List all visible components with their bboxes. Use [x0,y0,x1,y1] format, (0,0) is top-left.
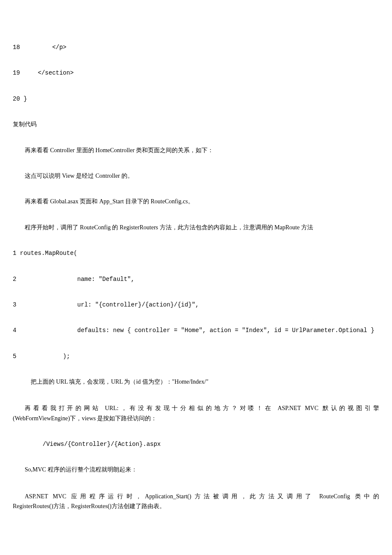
paragraph-application-start-line1: ASP.NET MVC 应用程序运行时，Application_Start()方… [13,491,379,502]
paragraph-view-engine-line1: 再看看我打开的网站 URL:，有没有发现十分相似的地方？对喽！在 ASP.NET… [13,403,379,413]
paragraph-url-fill: 把上面的 URL 填充，会发现，URL 为（id 值为空）："Home/Inde… [13,377,379,387]
paragraph-controller-relationship: 再来看看 Controller 里面的 HomeController 类和页面之… [13,146,379,155]
paragraph-global-asax: 再来看看 Global.asax 页面和 App_Start 目录下的 Rout… [13,197,379,206]
paragraph-application-start-line2: RegisterRoutes()方法，RegisterRoutes()方法创建了… [13,502,379,511]
paragraph-routeconfig: 程序开始时，调用了 RouteConfig 的 RegisterRouters … [13,223,379,232]
code2-line-1: 1 routes.MapRoute( [13,249,379,258]
document-page: 18 </p> 19 </section> 20 } 复制代码 再来看看 Con… [0,0,392,555]
code2-line-2: 2 name: "Default", [13,275,379,284]
code2-line-4: 4 defaults: new { controller = "Home", a… [13,326,379,335]
code-line-20: 20 } [13,94,379,104]
paragraph-view-engine: 再看看我打开的网站 URL:，有没有发现十分相似的地方？对喽！在 ASP.NET… [13,403,379,423]
paragraph-so-mvc: So,MVC 程序的运行整个流程就明朗起来： [13,465,379,474]
paragraph-view-controller: 这点可以说明 View 是经过 Controller 的。 [13,171,379,181]
code2-line-5: 5 ); [13,352,379,361]
paragraph-view-engine-line2: (WebFormViewEngine)下，views 是按如下路径访问的： [13,414,379,423]
code2-line-3: 3 url: "{controller}/{action}/{id}", [13,300,379,309]
views-path-pattern: /Views/{Controller}/{Action}.aspx [13,439,379,449]
code-line-18: 18 </p> [13,43,379,52]
copy-code-label: 复制代码 [13,120,379,129]
code-line-19: 19 </section> [13,68,379,78]
paragraph-application-start: ASP.NET MVC 应用程序运行时，Application_Start()方… [13,491,379,512]
